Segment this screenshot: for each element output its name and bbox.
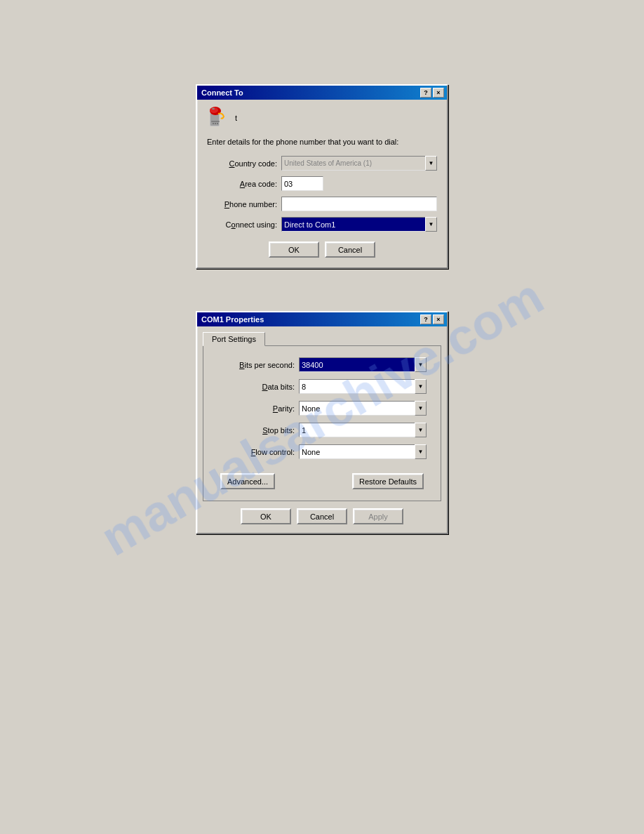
connect-to-button-row: OK Cancel	[207, 241, 437, 258]
svg-point-6	[213, 123, 214, 124]
connect-using-label: Connect using:	[207, 220, 277, 229]
com1-apply-button[interactable]: Apply	[353, 508, 403, 524]
parity-label: Parity:	[217, 404, 295, 413]
svg-rect-4	[212, 108, 215, 110]
com1-titlebar-buttons: ? ×	[420, 315, 444, 324]
flow-control-label: Flow control:	[217, 448, 295, 456]
stop-bits-select[interactable]: 1 1.5 2	[299, 423, 427, 437]
data-bits-wrapper: 8 7 6 5 ▼	[299, 379, 427, 394]
stop-bits-label: Stop bits:	[217, 426, 295, 435]
help-button[interactable]: ?	[420, 88, 431, 98]
country-code-row: Country code: United States of America (…	[207, 156, 437, 171]
country-code-label: Country code:	[207, 159, 277, 168]
flow-control-select[interactable]: None Hardware Xon / Xoff	[299, 444, 427, 459]
parity-select[interactable]: None Even Odd Mark Space	[299, 401, 427, 416]
connect-to-ok-button[interactable]: OK	[269, 241, 319, 258]
close-button[interactable]: ×	[433, 88, 444, 98]
bits-per-second-wrapper: 38400 9600 19200 57600 115200 ▼	[299, 357, 427, 372]
data-bits-label: Data bits:	[217, 383, 295, 391]
connect-to-titlebar: Connect To ? ×	[197, 86, 447, 100]
tab-bar: Port Settings	[197, 326, 447, 345]
com1-cancel-button[interactable]: Cancel	[297, 508, 347, 524]
svg-point-7	[215, 123, 216, 124]
phone-icon	[207, 107, 229, 129]
country-code-select-wrapper: United States of America (1) ▼	[281, 156, 437, 171]
advanced-row: Advanced... Restore Defaults	[217, 473, 427, 489]
parity-wrapper: None Even Odd Mark Space ▼	[299, 401, 427, 416]
connect-to-content: t Enter details for the phone number tha…	[197, 100, 447, 267]
data-bits-select[interactable]: 8 7 6 5	[299, 379, 427, 394]
com1-ok-button[interactable]: OK	[241, 508, 291, 524]
bits-per-second-row: Bits per second: 38400 9600 19200 57600 …	[217, 357, 427, 372]
connect-to-title: Connect To	[201, 88, 420, 97]
country-code-select[interactable]: United States of America (1)	[281, 156, 437, 171]
com1-close-button[interactable]: ×	[433, 315, 444, 324]
stop-bits-wrapper: 1 1.5 2 ▼	[299, 423, 427, 437]
bits-per-second-label: Bits per second:	[217, 361, 295, 369]
connect-using-select-wrapper: Direct to Com1 ▼	[281, 217, 437, 232]
phone-number-row: Phone number:	[207, 197, 437, 211]
connect-to-cancel-button[interactable]: Cancel	[325, 241, 375, 258]
phone-number-input[interactable]	[281, 197, 437, 211]
parity-row: Parity: None Even Odd Mark Space ▼	[217, 401, 427, 416]
com1-properties-dialog: COM1 Properties ? × Port Settings Bits p…	[196, 311, 448, 534]
svg-rect-5	[211, 121, 220, 122]
stop-bits-row: Stop bits: 1 1.5 2 ▼	[217, 423, 427, 437]
area-code-label: Area code:	[207, 180, 277, 188]
titlebar-buttons: ? ×	[420, 88, 444, 98]
description-text: Enter details for the phone number that …	[207, 138, 437, 146]
connect-using-row: Connect using: Direct to Com1 ▼	[207, 217, 437, 232]
com1-bottom-buttons: OK Cancel Apply	[197, 501, 447, 533]
connect-to-dialog: Connect To ? ×	[196, 84, 448, 269]
area-code-input[interactable]: 03	[281, 176, 323, 191]
port-settings-tab[interactable]: Port Settings	[203, 332, 265, 346]
connect-using-select[interactable]: Direct to Com1	[281, 217, 437, 232]
flow-control-row: Flow control: None Hardware Xon / Xoff ▼	[217, 444, 427, 459]
flow-control-wrapper: None Hardware Xon / Xoff ▼	[299, 444, 427, 459]
phone-icon-area: t	[207, 107, 437, 129]
area-code-row: Area code: 03	[207, 176, 437, 191]
com1-title: COM1 Properties	[201, 315, 420, 324]
svg-point-8	[217, 123, 218, 124]
phone-number-label: Phone number:	[207, 200, 277, 208]
com1-titlebar: COM1 Properties ? ×	[197, 312, 447, 326]
tab-content-area: Bits per second: 38400 9600 19200 57600 …	[203, 345, 441, 501]
country-code-label-text: Country code:	[229, 159, 278, 168]
restore-defaults-button[interactable]: Restore Defaults	[352, 473, 424, 489]
com1-help-button[interactable]: ?	[420, 315, 431, 324]
data-bits-row: Data bits: 8 7 6 5 ▼	[217, 379, 427, 394]
advanced-button[interactable]: Advanced...	[220, 473, 275, 489]
bits-per-second-select[interactable]: 38400 9600 19200 57600 115200	[299, 357, 427, 372]
connection-name: t	[235, 114, 237, 122]
